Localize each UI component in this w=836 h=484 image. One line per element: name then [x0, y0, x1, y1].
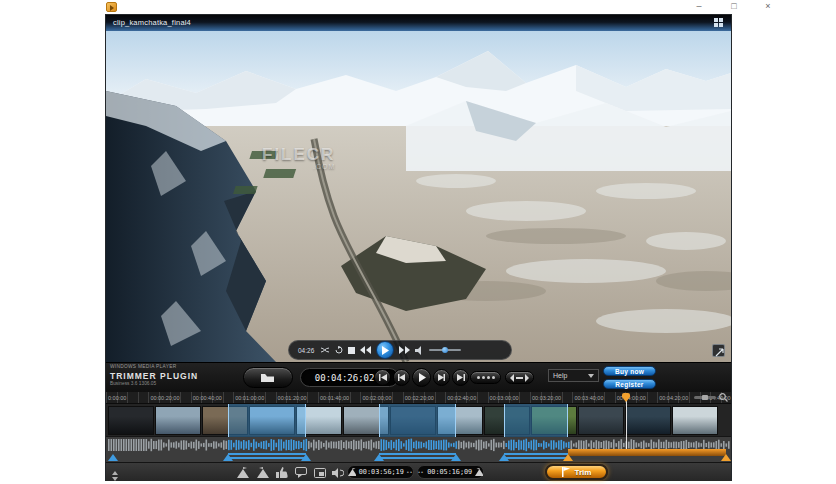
timeline-ruler[interactable]: 0:00:0000:00:20;0000:00:40;0000:01:00;00… [106, 392, 731, 404]
segment-marker[interactable] [223, 454, 233, 461]
mark-in-display: 00:03:56;19•• [347, 465, 414, 479]
playhead-line[interactable] [626, 395, 627, 454]
plugin-play-button[interactable] [412, 368, 431, 387]
watermark: FILECR .COM [262, 145, 335, 170]
selected-segment-highlight[interactable] [379, 404, 456, 437]
jog-shuttle-control[interactable] [470, 371, 501, 384]
segment-marker[interactable] [108, 454, 118, 461]
trim-button[interactable]: Trim [545, 464, 608, 480]
timeline-thumbnail[interactable] [625, 406, 671, 435]
timeline-panel: 0:00:0000:00:20;0000:00:40;0000:01:00;00… [106, 392, 731, 462]
brand-version: Business 3.6 1306.05 [110, 382, 198, 387]
minimize-button[interactable]: – [688, 0, 710, 13]
app-icon [106, 2, 117, 12]
outer-titlebar: – □ × [0, 0, 836, 14]
chevron-down-icon [588, 374, 594, 378]
timeline-thumbnail[interactable] [672, 406, 718, 435]
buy-now-button[interactable]: Buy now [603, 366, 656, 376]
previous-clip-button[interactable] [374, 369, 391, 386]
ruler-timestamp: 00:02:00;00 [362, 395, 391, 401]
ruler-timestamp: 00:04:00;00 [617, 395, 646, 401]
ruler-timestamp: 0:00:00 [108, 395, 126, 401]
open-file-button[interactable] [243, 367, 293, 388]
plugin-volume-control[interactable] [505, 371, 534, 384]
video-viewport[interactable]: FILECR .COM 04:26 [106, 31, 731, 362]
volume-slider-thumb[interactable] [442, 347, 448, 353]
trim-handle-marker[interactable] [563, 454, 573, 461]
thumbs-up-icon[interactable] [275, 466, 289, 479]
trim-handle-marker[interactable] [721, 454, 731, 461]
repeat-icon[interactable] [335, 346, 343, 354]
shuffle-icon[interactable] [321, 346, 330, 354]
selected-segment-underline [379, 453, 456, 459]
segment-marker[interactable] [499, 454, 509, 461]
selected-segment-underline [228, 453, 306, 459]
ruler-timestamp: 00:01:00;00 [235, 395, 264, 401]
play-button[interactable] [376, 341, 394, 359]
step-back-button[interactable] [393, 369, 410, 386]
selected-segment-highlight[interactable] [228, 404, 306, 437]
mark-in-icon [348, 468, 356, 476]
wmp-titlebar[interactable]: clip_kamchatka_final4 [106, 15, 731, 31]
magnifier-icon[interactable] [719, 393, 728, 402]
segment-marker[interactable] [301, 454, 311, 461]
brand-line1: WINDOWS MEDIA PLAYER [110, 365, 198, 370]
register-button[interactable]: Register [603, 379, 656, 389]
timeline-thumbnail[interactable] [108, 406, 154, 435]
ruler-timestamp: 00:00:20;00 [150, 395, 179, 401]
window-title: clip_kamchatka_final4 [113, 18, 191, 27]
wmp-window: clip_kamchatka_final4 [105, 14, 732, 481]
zoom-slider[interactable] [694, 396, 716, 399]
selected-segment-underline [504, 453, 568, 459]
trim-range-bar[interactable] [568, 449, 726, 456]
ruler-timestamp: 00:04:20;00 [659, 395, 688, 401]
elapsed-time: 04:26 [298, 347, 316, 354]
rewind-button[interactable] [360, 346, 371, 354]
segment-marker[interactable] [374, 454, 384, 461]
ruler-timestamp: 00:02:20;00 [405, 395, 434, 401]
comment-bubble-icon[interactable] [294, 466, 308, 479]
mark-out-display: ••00:05:16;09 [417, 465, 484, 479]
collapse-panel-icon[interactable] [111, 467, 119, 484]
brand-line2: TRIMMER PLUGIN [110, 372, 198, 381]
timeline-thumbnail[interactable] [155, 406, 201, 435]
playback-overlay-bar: 04:26 [288, 340, 512, 360]
close-button[interactable]: × [757, 0, 779, 13]
ruler-timestamp: 00:03:00;00 [490, 395, 519, 401]
folder-icon [261, 373, 275, 383]
switch-to-library-icon[interactable] [714, 18, 724, 28]
fullscreen-icon[interactable] [712, 344, 725, 357]
fast-forward-button[interactable] [399, 346, 410, 354]
next-clip-button[interactable] [452, 369, 469, 386]
ruler-timestamp: 00:02:40;00 [447, 395, 476, 401]
flag-icon [562, 467, 571, 477]
segment-marker[interactable] [451, 454, 461, 461]
picture-in-picture-icon[interactable] [313, 466, 327, 479]
selected-segment-highlight[interactable] [504, 404, 568, 437]
ruler-timestamp: 00:03:40;00 [574, 395, 603, 401]
step-forward-button[interactable] [433, 369, 450, 386]
timeline-thumbnail[interactable] [578, 406, 624, 435]
maximize-button[interactable]: □ [723, 0, 745, 13]
zoom-slider-thumb[interactable] [702, 395, 708, 400]
ruler-timestamp: 00:01:20;00 [278, 395, 307, 401]
timeline-zoom-widget[interactable] [694, 393, 728, 402]
video-frame [106, 31, 731, 362]
ruler-timestamp: 00:00:40;00 [193, 395, 222, 401]
next-marker-icon[interactable] [255, 466, 269, 479]
prev-marker-icon[interactable] [236, 466, 250, 479]
trimmer-plugin-bar: WINDOWS MEDIA PLAYER TRIMMER PLUGIN Busi… [106, 362, 731, 392]
ruler-timestamp: 00:01:40;00 [320, 395, 349, 401]
mark-out-icon [475, 468, 483, 476]
ruler-timestamp: 00:03:20;00 [532, 395, 561, 401]
plugin-branding: WINDOWS MEDIA PLAYER TRIMMER PLUGIN Busi… [110, 365, 198, 387]
stop-button[interactable] [348, 347, 355, 354]
audio-speaker-icon[interactable] [331, 466, 345, 479]
help-dropdown[interactable]: Help [548, 369, 599, 382]
volume-slider[interactable] [429, 349, 461, 351]
bottom-toolbar: 00:03:56;19•• ••00:05:16;09 Trim [106, 462, 731, 481]
mute-icon[interactable] [415, 346, 424, 355]
